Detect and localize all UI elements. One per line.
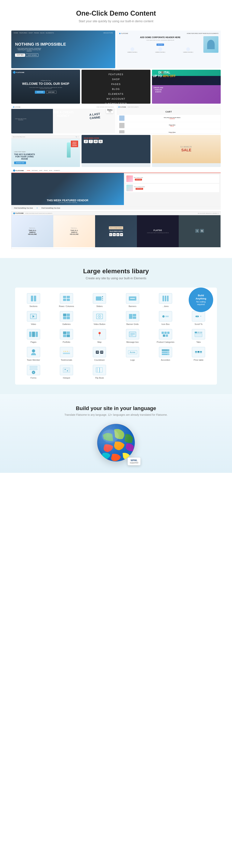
fv-nav-features[interactable]: FEATURES — [32, 170, 38, 171]
element-galleries[interactable]: Galleries — [52, 311, 81, 325]
digital-text: DIGITALUP TO 40% OFF — [153, 71, 176, 78]
element-team-member[interactable]: Team Member — [19, 347, 48, 361]
msg-line-3 — [130, 335, 133, 336]
pc-box-4 — [163, 335, 165, 337]
creative-nav-brand: 🔷 FLATSOME — [13, 106, 21, 107]
screen-cool-shop[interactable]: FLATSOME A Store for You WELCOME TO COOL… — [11, 70, 80, 104]
screen-corporate[interactable]: 🔷 FLATSOME HOME FEATURES SHOP PAGES BLOG… — [117, 31, 221, 68]
cart-nav: 🔷 FLATSOME HOME SHOP ELEMENTS — [117, 105, 221, 109]
fv-nav-blog[interactable]: BLOG — [49, 170, 52, 171]
menu-elements[interactable]: ELEMENTS — [85, 92, 147, 96]
menu-pages[interactable]: PAGES — [85, 82, 147, 87]
menu-home[interactable]: HOME — [85, 70, 147, 72]
screen-nothing-impossible[interactable]: HOME · FEATURES · SHOP · PAGES · BLOG · … — [11, 31, 115, 68]
element-map[interactable]: 📍 Map — [85, 329, 114, 343]
icon-box-label: Icon Box — [162, 323, 170, 325]
form-plus-icon: + — [33, 371, 34, 374]
screen-demo-bottom[interactable]: FLATSOME HOME FEATURES SHOP PAGES BLOG E… — [11, 211, 221, 249]
menu-blog[interactable]: BLOG — [85, 87, 147, 92]
element-hotspot[interactable]: Hotspot — [52, 365, 81, 379]
element-message-box[interactable]: Message box — [118, 329, 147, 343]
screen-featured-vendor[interactable]: FLATSOME HOME FEATURES SHOP PAGES BLOG E… — [11, 168, 221, 210]
element-countdown[interactable]: 10 : 19 Countdown — [85, 347, 114, 361]
browse-btn[interactable]: BROWSE NOW — [14, 161, 26, 164]
logo-diamond-icon — [13, 71, 16, 74]
portfolio-cell-4 — [67, 335, 70, 337]
banner-grids-label: Banner Grids — [126, 323, 139, 325]
element-portfolio[interactable]: Portfolio — [52, 329, 81, 343]
shop-btn-1[interactable]: SHOP NOW — [35, 91, 45, 94]
element-rows-cols[interactable]: Rows / Columns — [52, 293, 81, 307]
screen-cart[interactable]: 🔷 FLATSOME HOME SHOP ELEMENTS CART Daisy… — [117, 105, 221, 133]
fv-nav-home[interactable]: HOME — [27, 170, 30, 171]
fv-card-1[interactable]: Woo Vendor Shop SHOP NOW — [125, 175, 219, 183]
menu-features[interactable]: FEATURES — [85, 72, 147, 77]
shop-btn-2[interactable]: SHOP NOW — [46, 91, 57, 94]
element-logo[interactable]: Acme Logo — [118, 347, 147, 361]
screen-key-elements[interactable]: Menu Our Store Blog Contact 🔍 ♡ 1 SALEEN… — [11, 135, 80, 167]
countdown-sep-1: : — [99, 351, 100, 353]
fv-card-btn-2[interactable]: SHOP MORE — [136, 188, 143, 190]
fb-spine-icon — [99, 368, 100, 373]
slider-dot-1 — [102, 296, 103, 297]
iconbox-line-1 — [165, 316, 169, 316]
element-testimonials[interactable]: ★ ★ ★ ★ Testimonials — [52, 347, 81, 361]
menu-shop[interactable]: SHOP — [85, 77, 147, 82]
corp-btn[interactable]: BUTTON — [157, 43, 164, 46]
shop-men-btn[interactable]: SHOP MEN — [15, 54, 25, 57]
fv-card-2[interactable]: This is a Shop Vendor SHOP MORE — [125, 184, 219, 192]
screen-nav-menu[interactable]: HOME FEATURES SHOP PAGES BLOG ELEMENTS M… — [81, 70, 150, 104]
element-product-categories[interactable]: Product Categories — [151, 329, 180, 343]
db-col-4: FLATSO Lorem ipsum fator of something yo… — [137, 215, 179, 247]
shop-women-btn[interactable]: SHOP WOMEN — [26, 54, 38, 57]
demo-section: One-Click Demo Content Start your site q… — [0, 0, 232, 258]
fv-card-btn-1[interactable]: SHOP NOW — [135, 179, 142, 181]
element-video-button[interactable]: Video Button — [85, 311, 114, 325]
slider-box — [96, 297, 101, 301]
message-box-icon-shape — [129, 332, 136, 337]
tabs-icon-shape — [195, 332, 202, 337]
svg-point-2 — [97, 424, 135, 462]
elements-title: Large elements libary — [15, 268, 217, 275]
tabs-label: Tabs — [196, 341, 201, 343]
element-extra[interactable]: ...tions — [151, 293, 180, 307]
cart-price-1: $1,090.00 — [126, 118, 218, 119]
pc-box-1 — [162, 332, 164, 334]
team-body-icon — [31, 353, 36, 355]
cool-shop-body: Lorem ipsum dolor sit amet, consectetuer… — [29, 87, 63, 89]
sale-ends-text: SALE ENDS SOON — [84, 137, 99, 139]
element-sliders[interactable]: Sliders — [85, 293, 114, 307]
fv-nav-elements[interactable]: ELEMENTS — [54, 170, 60, 171]
element-price-table[interactable]: Price table — [184, 347, 213, 361]
corp-features: COMPANY FEATURE 1 COMPANY FEATURE 2 COMP… — [119, 47, 201, 53]
element-scroll-to[interactable]: ▼ Scroll To — [184, 311, 213, 325]
screen-sale-ends[interactable]: SALE ENDS SOON 17 DAYS 7 HRS 03 MIN — [81, 135, 150, 167]
banners-icon-shape — [129, 297, 136, 301]
element-sections[interactable]: Sections — [19, 293, 48, 307]
screen-creative-agency[interactable]: I'RE A CREATIAGENCY Lorem ipsum dolor si… — [11, 105, 115, 133]
element-banner-grids[interactable]: Banner Grids — [118, 311, 147, 325]
hotspot-label: Hotspot — [63, 377, 70, 379]
db-col2-headline: THIS IS ASIMPLEHEADLINE — [70, 229, 78, 235]
fv-nav-pages[interactable]: PAGES — [44, 170, 47, 171]
create-text: CREATE ANDFAMILIAREVENTS — [154, 87, 163, 93]
element-icon-box[interactable]: Icon Box — [151, 311, 180, 325]
screen-colorful[interactable]: DIGITALUP TO 40% OFF CREATE ANDFAMILIARE… — [152, 70, 221, 104]
corp-nav-items: HOME FEATURES SHOP PAGES BLOG ELEMENTS — [187, 33, 219, 34]
element-banners[interactable]: Banners — [118, 293, 147, 307]
element-video[interactable]: Video — [19, 311, 48, 325]
iconbox-line-2 — [165, 317, 169, 317]
menu-newsletter[interactable]: NEWSLETTER — [85, 101, 147, 104]
element-forms[interactable]: + Forms — [19, 365, 48, 379]
element-accordion[interactable]: ▼ ▶ ▶ Accordion — [151, 347, 180, 361]
fv-nav-shop[interactable]: SHOP — [39, 170, 42, 171]
element-flip-book[interactable]: Flip Book — [85, 365, 114, 379]
screen-summer[interactable]: SUMMER SALE — [152, 135, 221, 167]
db-content: This is a... THIS IS ASIMPLEHEADLINE Thi… — [11, 215, 221, 247]
acc-row-3: ▶ — [162, 353, 169, 355]
element-tabs[interactable]: Tabs — [184, 329, 213, 343]
element-pages[interactable]: Pages — [19, 329, 48, 343]
extra-col-2 — [165, 296, 166, 301]
menu-account[interactable]: MY ACCOUNT — [85, 96, 147, 101]
feat-label-1: COMPANY FEATURE 1 — [127, 52, 137, 53]
